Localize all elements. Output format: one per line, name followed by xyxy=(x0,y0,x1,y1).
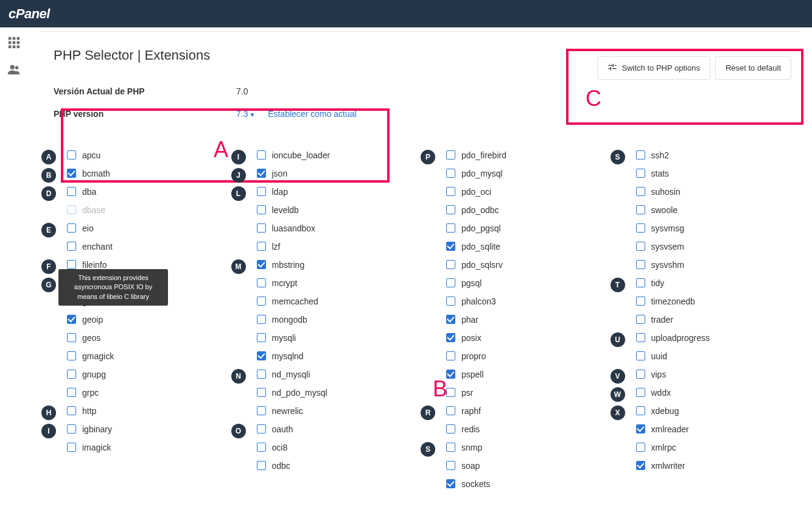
extension-checkbox[interactable] xyxy=(67,150,76,160)
logo: cPanel xyxy=(9,6,50,22)
extension-checkbox[interactable] xyxy=(257,388,266,397)
extension-checkbox[interactable] xyxy=(67,315,76,324)
extension-checkbox[interactable] xyxy=(67,424,76,433)
extension-checkbox[interactable] xyxy=(257,242,266,251)
extension-checkbox[interactable] xyxy=(257,150,266,160)
letter-badge: R xyxy=(421,405,435,420)
extension-checkbox[interactable] xyxy=(446,461,455,470)
extension-checkbox[interactable] xyxy=(257,443,266,452)
extension-label: uuid xyxy=(651,351,667,361)
extension-label: oci8 xyxy=(272,443,288,452)
extension-checkbox[interactable] xyxy=(257,333,266,342)
extension-checkbox[interactable] xyxy=(67,333,76,342)
extension-checkbox[interactable] xyxy=(257,278,266,287)
extension-checkbox[interactable] xyxy=(257,297,266,306)
extension-checkbox[interactable] xyxy=(257,351,266,360)
extension-checkbox[interactable] xyxy=(257,205,266,214)
extension-label: pdo_mysql xyxy=(461,169,503,178)
extension-mongodb: mongodb xyxy=(257,311,421,328)
extension-checkbox[interactable] xyxy=(446,150,455,160)
extension-checkbox[interactable] xyxy=(636,260,645,269)
extension-checkbox[interactable] xyxy=(636,461,645,470)
extension-checkbox[interactable] xyxy=(67,260,76,269)
switch-php-options-button[interactable]: Switch to PHP options xyxy=(597,56,710,80)
extension-checkbox[interactable] xyxy=(257,406,266,415)
extension-checkbox[interactable] xyxy=(257,260,266,269)
extension-label: newrelic xyxy=(272,406,303,416)
extension-checkbox[interactable] xyxy=(636,150,645,160)
extension-checkbox[interactable] xyxy=(636,315,645,324)
extension-checkbox[interactable] xyxy=(446,406,455,415)
extension-checkbox[interactable] xyxy=(67,187,76,196)
extension-checkbox[interactable] xyxy=(67,406,76,415)
extension-checkbox[interactable] xyxy=(636,406,645,415)
extension-checkbox[interactable] xyxy=(636,187,645,196)
extension-checkbox[interactable] xyxy=(446,297,455,306)
extension-checkbox[interactable] xyxy=(446,479,455,488)
extension-checkbox[interactable] xyxy=(636,443,645,452)
extension-label: oauth xyxy=(272,424,293,434)
extension-uuid: uuid xyxy=(636,347,800,365)
extension-checkbox[interactable] xyxy=(67,242,76,251)
extension-checkbox[interactable] xyxy=(257,461,266,470)
extension-checkbox[interactable] xyxy=(67,205,76,214)
extension-checkbox[interactable] xyxy=(67,370,76,379)
extension-checkbox[interactable] xyxy=(636,205,645,214)
extension-checkbox[interactable] xyxy=(636,169,645,178)
php-version-selected: 7.3 xyxy=(236,109,248,119)
apps-grid-icon[interactable] xyxy=(7,36,21,52)
extension-label: xdebug xyxy=(651,406,679,416)
extension-checkbox[interactable] xyxy=(67,388,76,397)
letter-badge: B xyxy=(41,168,56,183)
users-icon[interactable] xyxy=(7,63,21,79)
extension-checkbox[interactable] xyxy=(446,351,455,360)
extension-checkbox[interactable] xyxy=(446,223,455,233)
extension-checkbox[interactable] xyxy=(446,187,455,196)
extension-checkbox[interactable] xyxy=(636,297,645,306)
extension-checkbox[interactable] xyxy=(636,370,645,379)
extension-checkbox[interactable] xyxy=(446,205,455,214)
extension-checkbox[interactable] xyxy=(446,333,455,342)
reset-default-button[interactable]: Reset to default xyxy=(715,56,791,80)
extension-ssh2: ssh2 xyxy=(636,146,800,164)
extension-label: pdo_pgsql xyxy=(461,223,501,233)
extension-checkbox[interactable] xyxy=(257,169,266,178)
php-version-dropdown[interactable]: 7.3▼ xyxy=(236,109,257,119)
extension-checkbox[interactable] xyxy=(446,388,455,397)
letter-badge: A xyxy=(41,150,56,164)
extension-vips: vips xyxy=(636,365,800,383)
extension-checkbox[interactable] xyxy=(636,278,645,287)
extension-checkbox[interactable] xyxy=(636,351,645,360)
extension-label: soap xyxy=(461,461,480,471)
extension-checkbox[interactable] xyxy=(257,187,266,196)
extension-checkbox[interactable] xyxy=(67,351,76,360)
extension-lzf: lzf xyxy=(257,237,421,255)
extension-checkbox[interactable] xyxy=(257,370,266,379)
extension-label: xmlwriter xyxy=(651,461,685,471)
extension-checkbox[interactable] xyxy=(446,278,455,287)
extension-checkbox[interactable] xyxy=(257,424,266,433)
extension-checkbox[interactable] xyxy=(636,333,645,342)
extension-checkbox[interactable] xyxy=(636,424,645,433)
extension-checkbox[interactable] xyxy=(446,169,455,178)
extension-label: bcmath xyxy=(82,169,110,178)
extension-snmp: snmp xyxy=(446,438,611,456)
extension-checkbox[interactable] xyxy=(636,223,645,233)
set-as-current-link[interactable]: Establecer como actual xyxy=(268,109,357,119)
extension-stats: stats xyxy=(636,164,800,182)
sliders-icon xyxy=(607,63,617,73)
extension-checkbox[interactable] xyxy=(67,443,76,452)
extension-checkbox[interactable] xyxy=(446,443,455,452)
extension-checkbox[interactable] xyxy=(636,388,645,397)
extension-checkbox[interactable] xyxy=(636,242,645,251)
extension-checkbox[interactable] xyxy=(67,169,76,178)
extension-checkbox[interactable] xyxy=(446,315,455,324)
extension-checkbox[interactable] xyxy=(446,242,455,251)
extension-xmlrpc: xmlrpc xyxy=(636,438,800,456)
extension-checkbox[interactable] xyxy=(446,370,455,379)
extension-checkbox[interactable] xyxy=(67,223,76,233)
extension-checkbox[interactable] xyxy=(257,315,266,324)
extension-checkbox[interactable] xyxy=(446,424,455,433)
extension-checkbox[interactable] xyxy=(446,260,455,269)
extension-checkbox[interactable] xyxy=(257,223,266,233)
